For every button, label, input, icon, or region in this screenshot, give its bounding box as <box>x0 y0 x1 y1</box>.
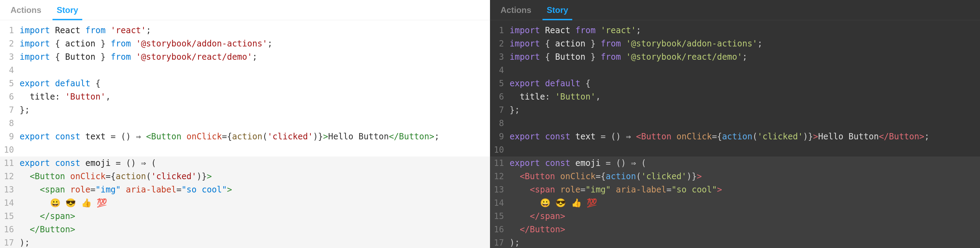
token-pun: ; <box>252 52 257 62</box>
token-text <box>510 224 520 234</box>
code-line: 12 <Button onClick={action('clicked')}> <box>0 170 490 183</box>
code-text: export default { <box>20 77 490 90</box>
token-text <box>50 52 55 62</box>
token-text <box>50 132 55 141</box>
token-kw: export <box>510 132 540 141</box>
line-number: 4 <box>0 63 20 77</box>
token-tag: > <box>227 185 232 194</box>
token-pun: = <box>177 185 181 194</box>
token-text <box>596 39 601 49</box>
token-pun: ) <box>313 132 318 141</box>
token-pun: { <box>111 172 116 181</box>
token-tag: > <box>717 185 722 194</box>
token-kw: const <box>55 132 80 141</box>
code-line: 4 <box>0 63 490 77</box>
line-number: 11 <box>0 156 20 170</box>
token-text <box>510 211 530 221</box>
tab-actions[interactable]: Actions <box>493 0 539 20</box>
token-def: action <box>65 39 95 49</box>
token-call: action <box>722 132 752 141</box>
code-text: <span role="img" aria-label="so cool"> <box>510 183 980 196</box>
code-line: 10 <box>490 143 980 156</box>
line-number: 13 <box>490 183 510 196</box>
code-text: import React from 'react'; <box>510 24 980 37</box>
code-line: 13 <span role="img" aria-label="so cool"… <box>490 183 980 196</box>
code-block-light[interactable]: 1import React from 'react';2import { act… <box>0 20 490 248</box>
token-str: 'clicked' <box>757 132 803 141</box>
code-line: 8 <box>0 117 490 130</box>
token-call: action <box>116 172 146 181</box>
code-line: 6 title: 'Button', <box>0 90 490 103</box>
panel-dark: Actions Story 1import React from 'react'… <box>490 0 980 248</box>
code-line: 11export const emoji = () ⇒ ( <box>490 156 980 170</box>
token-kw: default <box>55 79 90 88</box>
code-text: export const text = () ⇒ <Button onClick… <box>510 130 980 143</box>
token-text <box>20 185 40 194</box>
code-text: export default { <box>510 77 980 90</box>
code-line: 4 <box>490 63 980 77</box>
code-text: import { Button } from '@storybook/react… <box>20 50 490 63</box>
token-text <box>621 52 626 62</box>
code-line: 17); <box>490 236 980 248</box>
token-text <box>20 198 50 208</box>
line-number: 16 <box>490 223 510 236</box>
token-text <box>570 158 575 168</box>
code-text: import React from 'react'; <box>20 24 490 37</box>
token-attr: onClick <box>186 132 222 141</box>
code-line: 3import { Button } from '@storybook/reac… <box>0 50 490 63</box>
line-number: 8 <box>0 117 20 130</box>
token-kw: export <box>20 79 50 88</box>
code-line: 1import React from 'react'; <box>490 24 980 37</box>
token-text <box>540 79 545 88</box>
token-def: React <box>55 25 80 35</box>
token-kw: export <box>20 158 50 168</box>
code-text: title: 'Button', <box>20 90 490 103</box>
token-str: '@storybook/addon-actions' <box>626 39 757 49</box>
token-pun: ( <box>146 172 151 181</box>
token-text <box>20 92 30 102</box>
token-def: text <box>85 132 106 141</box>
code-text: ); <box>20 236 490 248</box>
token-pun: = <box>712 132 717 141</box>
code-line: 15 </span> <box>490 210 980 223</box>
token-pun: = () ⇒ ( <box>116 158 156 168</box>
token-def: emoji <box>85 158 111 168</box>
token-text: Hello Button <box>328 132 388 141</box>
line-number: 4 <box>490 63 510 77</box>
code-text <box>20 117 490 130</box>
token-tag: </span> <box>530 211 565 221</box>
code-line: 5export default { <box>490 77 980 90</box>
token-text <box>596 25 601 35</box>
line-number: 9 <box>490 130 510 143</box>
token-pun: = <box>90 185 95 194</box>
token-tag: </Button> <box>30 224 75 234</box>
code-block-dark[interactable]: 1import React from 'react';2import { act… <box>490 20 980 248</box>
token-kw: export <box>510 79 540 88</box>
token-text: 😀 😎 👍 💯 <box>50 198 107 208</box>
code-text: export const text = () ⇒ <Button onClick… <box>20 130 490 143</box>
token-text <box>540 25 545 35</box>
token-tag: <Button <box>636 132 676 141</box>
token-pun: = <box>580 185 585 194</box>
token-kw: import <box>510 52 540 62</box>
code-text: <Button onClick={action('clicked')}> <box>20 170 490 183</box>
token-text: 😀 😎 👍 💯 <box>540 198 597 208</box>
token-call: action <box>232 132 262 141</box>
line-number: 13 <box>0 183 20 196</box>
token-text <box>510 92 520 102</box>
token-def: emoji <box>575 158 601 168</box>
code-line: 9export const text = () ⇒ <Button onClic… <box>490 130 980 143</box>
tab-story[interactable]: Story <box>539 0 576 20</box>
code-text: }; <box>20 103 490 117</box>
code-text: <Button onClick={action('clicked')}> <box>510 170 980 183</box>
token-text <box>20 211 40 221</box>
token-text <box>596 52 601 62</box>
line-number: 17 <box>490 236 510 248</box>
line-number: 12 <box>490 170 510 183</box>
token-text <box>540 132 545 141</box>
tab-actions[interactable]: Actions <box>3 0 49 20</box>
token-tag: > <box>813 132 818 141</box>
tab-story[interactable]: Story <box>49 0 86 20</box>
panel-light: Actions Story 1import React from 'react'… <box>0 0 490 248</box>
line-number: 1 <box>0 24 20 37</box>
